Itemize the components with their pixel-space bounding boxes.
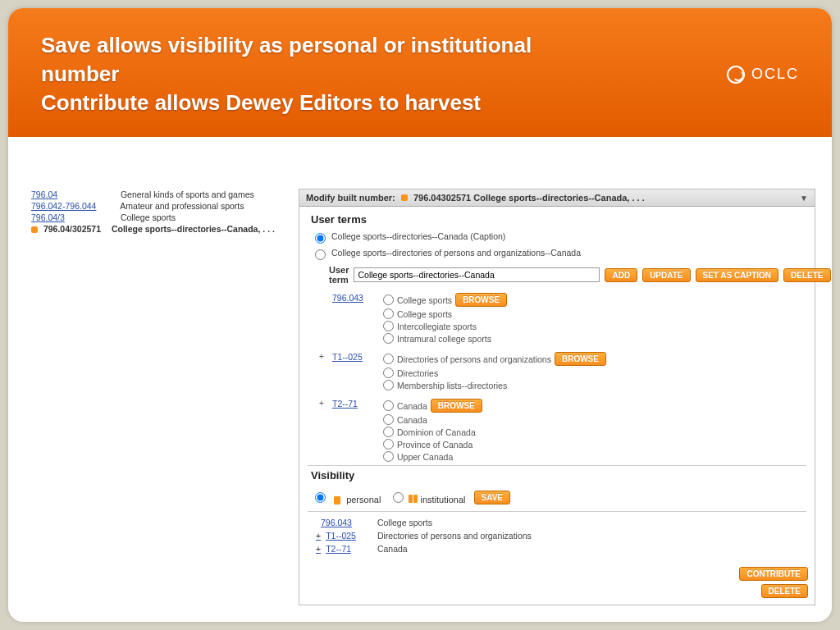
class-group: + T1--025 Directories of persons and org… [299,350,815,392]
delete-summary-button[interactable]: DELETE [761,584,808,598]
slide: Save allows visibility as personal or in… [8,8,832,622]
tree-label: Amateur and professional sports [120,201,244,211]
term-radio[interactable] [383,380,394,390]
term-radio[interactable] [383,333,394,344]
class-link[interactable]: 796.043 [332,293,377,303]
browse-button[interactable]: BROWSE [431,399,482,413]
term-radio[interactable] [383,321,394,331]
term-radio[interactable] [383,354,394,364]
collapse-chevron-icon[interactable]: ▼ [800,194,808,203]
classification-tree: 796.04 General kinds of sports and games… [31,189,277,235]
term-option: College sports [397,309,452,319]
browse-button[interactable]: BROWSE [555,352,606,366]
summary-link-row[interactable]: 796.043 [316,517,356,530]
alt-option-row[interactable]: College sports--directories of persons a… [299,245,815,262]
slide-title: Save allows visibility as personal or in… [41,31,566,117]
personal-label: personal [346,495,381,504]
oclc-brand-text: OCLC [751,66,799,83]
class-link[interactable]: T1--025 [332,352,377,362]
browse-button[interactable]: BROWSE [455,293,507,307]
save-button[interactable]: SAVE [474,491,511,504]
term-radio[interactable] [383,427,394,437]
tree-number-link[interactable]: 796.042-796.044 [31,201,105,211]
tree-row[interactable]: 796.04/3 College sports [31,212,277,223]
institutional-icon [409,495,418,503]
term-radio[interactable] [383,308,394,319]
term-option: Intramural college sports [397,334,491,344]
summary-actions: CONTRIBUTE DELETE [739,567,808,598]
term-option: Intercollegiate sports [397,322,477,331]
caption-option-label: College sports--directories--Canada (Cap… [331,231,505,241]
class-group: + T2--71 Canada BROWSE Canada Dominion o… [299,397,815,463]
summary-label: Canada [377,543,532,556]
user-term-row: User term ADD UPDATE SET AS CAPTION DELE… [299,262,815,291]
term-radio[interactable] [383,368,394,378]
term-radio[interactable] [383,439,394,450]
tree-row[interactable]: 796.04 General kinds of sports and games [31,189,277,200]
tree-number-current: 796.04/302571 [43,224,101,234]
delete-button[interactable]: DELETE [783,268,830,282]
panel-header: Modify built number: 796.04302571 Colleg… [299,189,815,207]
caption-option-row[interactable]: College sports--directories--Canada (Cap… [299,229,815,245]
summary-table: 796.043 +T1--025 +T2--71 College sports … [299,514,815,560]
term-option: Dominion of Canada [397,427,476,437]
modify-label: Modify built number: [306,193,395,203]
visibility-institutional[interactable]: institutional [389,490,465,504]
current-marker-icon [31,226,38,233]
tree-label: College sports [121,212,176,222]
term-option: Directories [397,368,438,378]
summary-label: Directories of persons and organizations [377,530,532,543]
set-caption-button[interactable]: SET AS CAPTION [696,268,779,282]
institutional-radio[interactable] [393,492,404,503]
tree-number-link[interactable]: 796.04/3 [31,212,105,222]
class-link[interactable]: T2--71 [332,399,377,409]
personal-icon [334,496,340,504]
term-option: Province of Canada [397,440,472,450]
summary-link-row[interactable]: +T2--71 [316,543,356,556]
title-line-1: Save allows visibility as personal or in… [41,33,532,86]
term-option: Membership lists--directories [397,381,507,390]
oclc-swirl-icon [727,66,745,84]
visibility-row: personal institutional SAVE [299,485,815,509]
user-term-input[interactable] [354,267,600,282]
caption-radio[interactable] [315,233,326,244]
term-option: Canada [397,415,427,425]
expand-icon[interactable]: + [317,352,326,361]
number-marker-icon [401,194,408,201]
personal-radio[interactable] [315,492,326,503]
visibility-title: Visibility [299,468,815,485]
content-area: 796.04 General kinds of sports and games… [31,189,815,605]
user-terms-title: User terms [299,207,815,229]
term-option: Directories of persons and organizations [397,354,551,364]
user-term-label: User term [329,265,349,285]
class-group: 796.043 College sports BROWSE College sp… [299,291,815,345]
title-line-2: Contribute allows Dewey Editors to harve… [41,90,481,115]
term-option: College sports [397,295,452,305]
term-radio[interactable] [383,294,394,305]
tree-label: General kinds of sports and games [121,189,254,199]
divider [308,511,806,512]
tree-label: College sports--directories--Canada, . .… [112,224,275,234]
expand-icon[interactable]: + [317,399,326,408]
tree-row[interactable]: 796.042-796.044 Amateur and professional… [31,200,277,212]
alt-radio[interactable] [315,249,326,260]
modify-panel: Modify built number: 796.04302571 Colleg… [299,189,815,605]
slide-header: Save allows visibility as personal or in… [8,8,832,137]
visibility-personal[interactable]: personal [311,490,381,504]
summary-label: College sports [377,517,532,530]
tree-number-link[interactable]: 796.04 [31,189,105,199]
tree-row-current[interactable]: 796.04/302571 College sports--directorie… [31,223,277,235]
institutional-label: institutional [420,495,465,504]
built-number-text: 796.04302571 College sports--directories… [413,193,645,203]
update-button[interactable]: UPDATE [642,268,690,282]
divider [308,465,806,466]
term-radio[interactable] [383,414,394,425]
oclc-logo: OCLC [727,66,799,84]
contribute-button[interactable]: CONTRIBUTE [739,567,808,581]
term-option: Canada [397,401,427,411]
alt-option-label: College sports--directories of persons a… [331,248,581,258]
summary-link-row[interactable]: +T1--025 [316,530,356,543]
term-radio[interactable] [383,400,394,411]
add-button[interactable]: ADD [605,268,637,282]
term-radio[interactable] [383,451,394,462]
